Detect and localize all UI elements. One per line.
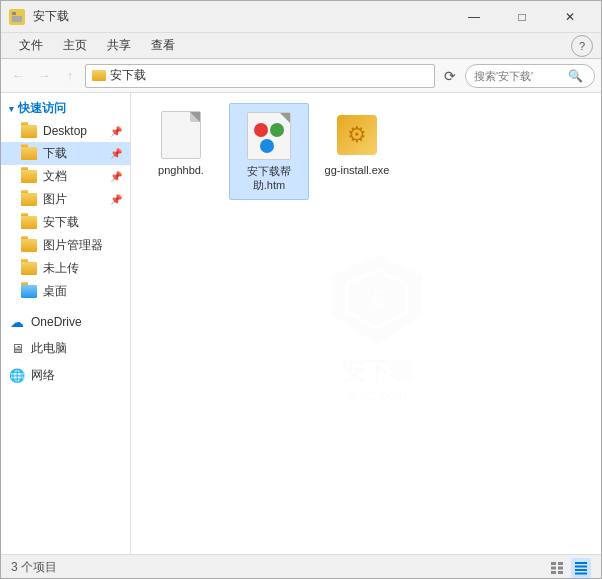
sidebar: ▾ 快速访问 Desktop 📌 下载 📌 文档 📌 图片 📌 安下载 [1,93,131,554]
file-label: gg-install.exe [325,163,390,177]
svg-rect-4 [558,562,563,565]
help-button[interactable]: ? [571,35,593,57]
app-icon [9,9,25,25]
refresh-button[interactable]: ⟳ [439,65,461,87]
sidebar-item-label: 网络 [31,367,55,384]
list-view-button[interactable] [547,558,567,578]
search-input[interactable] [474,70,564,82]
back-button[interactable]: ← [7,65,29,87]
tab-view[interactable]: 查看 [141,33,185,58]
pin-icon: 📌 [110,194,122,205]
svg-rect-6 [558,566,563,569]
tab-file[interactable]: 文件 [9,33,53,58]
tab-home[interactable]: 主页 [53,33,97,58]
pin-icon: 📌 [110,148,122,159]
sidebar-item-deskfolder[interactable]: 桌面 [1,280,130,303]
sidebar-item-notupload[interactable]: 未上传 [1,257,130,280]
svg-rect-8 [558,571,563,574]
sidebar-item-label: 未上传 [43,260,79,277]
onedrive-icon: ☁ [9,314,25,330]
folder-icon [21,123,37,139]
quick-access-header[interactable]: ▾ 快速访问 [1,97,130,120]
sidebar-item-pictures[interactable]: 图片 📌 [1,188,130,211]
svg-rect-3 [551,562,556,565]
window-controls: — □ ✕ [451,1,593,33]
sidebar-item-label: 图片 [43,191,67,208]
up-button[interactable]: ↑ [59,65,81,87]
watermark-text: 安下载 [341,355,413,387]
window-title: 安下载 [33,8,69,25]
svg-rect-5 [551,566,556,569]
gear-icon: ⚙ [337,115,377,155]
pc-icon: 🖥 [9,341,25,357]
close-button[interactable]: ✕ [547,1,593,33]
icon-view-button[interactable] [571,558,591,578]
pin-icon: 📌 [110,126,122,137]
sidebar-item-label: 图片管理器 [43,237,103,254]
svg-rect-1 [12,16,22,22]
folder-icon [21,238,37,254]
sidebar-item-download[interactable]: 下载 📌 [1,142,130,165]
folder-icon [21,284,37,300]
pin-icon: 📌 [110,171,122,182]
title-bar-left: 安下载 [9,8,69,25]
minimize-button[interactable]: — [451,1,497,33]
folder-icon [21,192,37,208]
sidebar-item-label: 桌面 [43,283,67,300]
sidebar-item-label: 下载 [43,145,67,162]
main-layout: ▾ 快速访问 Desktop 📌 下载 📌 文档 📌 图片 📌 安下载 [1,93,601,554]
sidebar-item-label: 文档 [43,168,67,185]
search-box[interactable]: 🔍 [465,64,595,88]
forward-button[interactable]: → [33,65,55,87]
folder-icon [21,261,37,277]
chevron-icon: ▾ [9,104,14,114]
folder-icon [21,169,37,185]
file-item-htm[interactable]: 安下载帮助.htm [229,103,309,200]
sidebar-item-imgmanager[interactable]: 图片管理器 [1,234,130,257]
ribbon-tabs: 文件 主页 共享 查看 ? [1,33,601,59]
tab-share[interactable]: 共享 [97,33,141,58]
file-icon-htm [245,110,293,162]
sidebar-item-desktop[interactable]: Desktop 📌 [1,120,130,142]
svg-rect-12 [575,572,587,574]
item-count: 3 个项目 [11,559,57,576]
path-folder-icon [92,70,106,81]
sidebar-item-label: Desktop [43,124,87,138]
address-path[interactable]: 安下载 [85,64,435,88]
sidebar-item-onedrive[interactable]: ☁ OneDrive [1,311,130,333]
quick-access-label: 快速访问 [18,100,66,117]
svg-text:安: 安 [367,288,387,310]
folder-icon [21,215,37,231]
folder-small-icon [92,70,106,81]
path-text: 安下载 [110,67,146,84]
network-icon: 🌐 [9,368,25,384]
htm-circles-icon [254,123,284,153]
status-bar: 3 个项目 [1,554,601,579]
sidebar-item-label: 安下载 [43,214,79,231]
sidebar-item-xiazai[interactable]: 安下载 [1,211,130,234]
svg-rect-10 [575,565,587,567]
folder-icon [21,146,37,162]
sidebar-item-thispc[interactable]: 🖥 此电脑 [1,337,130,360]
svg-rect-11 [575,569,587,571]
watermark: 安 安下载 anxz.com [322,245,432,403]
address-bar: ← → ↑ 安下载 ⟳ 🔍 [1,59,601,93]
title-bar: 安下载 — □ ✕ [1,1,601,33]
file-label: 安下载帮助.htm [234,164,304,193]
sidebar-item-documents[interactable]: 文档 📌 [1,165,130,188]
file-label: pnghhbd. [158,163,204,177]
watermark-sub: anxz.com [347,387,407,403]
file-icon-exe: ⚙ [333,109,381,161]
file-icon-doc [157,109,205,161]
sidebar-item-label: OneDrive [31,315,82,329]
search-icon: 🔍 [568,69,583,83]
file-item-pnghhbd[interactable]: pnghhbd. [141,103,221,200]
svg-rect-7 [551,571,556,574]
file-item-exe[interactable]: ⚙ gg-install.exe [317,103,397,200]
svg-rect-0 [12,12,16,15]
sidebar-item-network[interactable]: 🌐 网络 [1,364,130,387]
maximize-button[interactable]: □ [499,1,545,33]
sidebar-item-label: 此电脑 [31,340,67,357]
content-area: 安 安下载 anxz.com pnghhbd. [131,93,601,554]
svg-rect-9 [575,562,587,564]
